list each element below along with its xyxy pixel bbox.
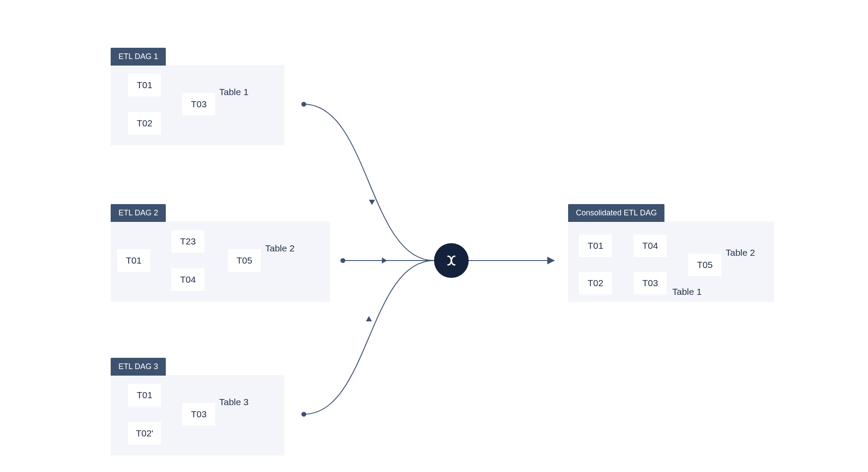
cons-output-table1: Table 1 [672, 287, 702, 297]
dag3-output-label: Table 3 [219, 397, 249, 407]
panel-dag2-title: ETL DAG 2 [118, 208, 158, 217]
cons-node-t03: T03 [634, 272, 667, 294]
dag2-node-t04: T04 [171, 268, 204, 291]
dag1-node-t03: T03 [182, 93, 215, 116]
cons-node-t05: T05 [688, 254, 721, 276]
panel-consolidated: Consolidated ETL DAG T01 T02 T04 T03 T05… [568, 221, 774, 302]
dag3-node-t01: T01 [128, 384, 161, 406]
merge-icon [443, 252, 460, 269]
panel-dag2: ETL DAG 2 T01 T23 T04 T05 Table 2 [111, 221, 330, 302]
panel-dag1-title: ETL DAG 1 [118, 52, 158, 61]
panel-dag3-header: ETL DAG 3 [111, 358, 166, 376]
panel-dag1: ETL DAG 1 T01 T02 T03 Table 1 [111, 65, 284, 145]
panel-dag3-title: ETL DAG 3 [118, 362, 158, 371]
cons-node-t04: T04 [634, 234, 667, 257]
dag1-node-t02: T02 [128, 112, 161, 135]
merge-hub [434, 243, 469, 278]
panel-dag3: ETL DAG 3 T01 T02' T03 Table 3 [111, 375, 284, 455]
dag2-node-t23: T23 [171, 230, 204, 253]
dag3-node-t02p: T02' [128, 422, 161, 445]
diagram-canvas: ETL DAG 1 T01 T02 T03 Table 1 ETL DAG 2 … [0, 0, 868, 472]
panel-consolidated-header: Consolidated ETL DAG [568, 204, 664, 222]
dag1-node-t01: T01 [128, 74, 161, 96]
panel-dag1-header: ETL DAG 1 [111, 48, 166, 66]
dag2-output-label: Table 2 [265, 243, 295, 254]
cons-node-t02: T02 [579, 272, 612, 294]
cons-output-table2: Table 2 [726, 248, 755, 258]
panel-dag2-header: ETL DAG 2 [111, 204, 166, 222]
dag2-node-t01: T01 [117, 249, 150, 272]
dag1-output-label: Table 1 [219, 87, 249, 97]
panel-consolidated-title: Consolidated ETL DAG [576, 208, 657, 217]
dag2-node-t05: T05 [228, 249, 261, 272]
cons-node-t01: T01 [579, 234, 612, 257]
dag3-node-t03: T03 [182, 403, 215, 426]
